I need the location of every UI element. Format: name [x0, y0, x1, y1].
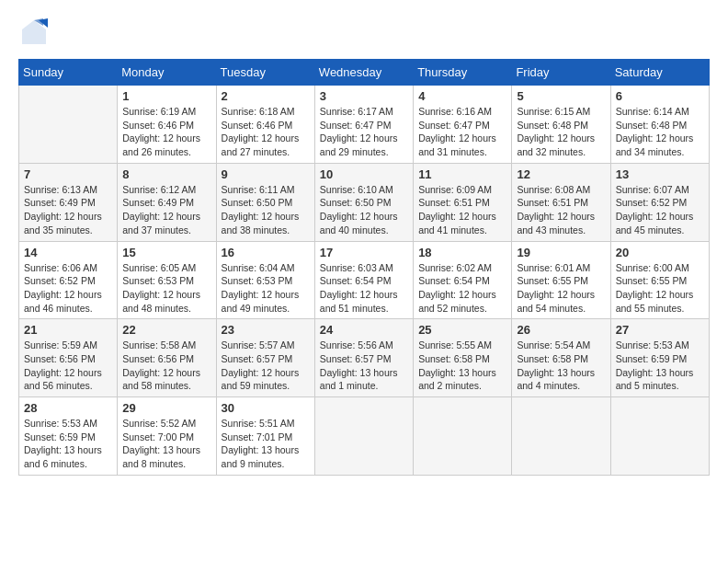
calendar-cell: 23Sunrise: 5:57 AM Sunset: 6:57 PM Dayli… [216, 319, 314, 397]
day-info: Sunrise: 5:55 AM Sunset: 6:58 PM Dayligh… [418, 339, 506, 393]
day-info: Sunrise: 6:05 AM Sunset: 6:53 PM Dayligh… [122, 261, 210, 316]
calendar-cell: 29Sunrise: 5:52 AM Sunset: 7:00 PM Dayli… [118, 397, 216, 476]
day-number: 24 [320, 323, 408, 337]
calendar-cell: 7Sunrise: 6:13 AM Sunset: 6:49 PM Daylig… [19, 163, 118, 241]
calendar-cell: 17Sunrise: 6:03 AM Sunset: 6:54 PM Dayli… [314, 241, 413, 319]
day-info: Sunrise: 6:18 AM Sunset: 6:46 PM Dayligh… [222, 105, 310, 159]
day-number: 26 [517, 323, 605, 337]
calendar-cell: 25Sunrise: 5:55 AM Sunset: 6:58 PM Dayli… [414, 319, 512, 397]
day-number: 7 [24, 167, 112, 181]
day-info: Sunrise: 6:15 AM Sunset: 6:48 PM Dayligh… [517, 105, 605, 159]
header-monday: Monday [118, 60, 216, 86]
calendar-table: SundayMondayTuesdayWednesdayThursdayFrid… [18, 59, 710, 476]
day-info: Sunrise: 6:14 AM Sunset: 6:48 PM Dayligh… [616, 105, 704, 159]
day-number: 10 [320, 167, 408, 181]
calendar-cell: 8Sunrise: 6:12 AM Sunset: 6:49 PM Daylig… [118, 163, 216, 241]
day-number: 15 [122, 246, 210, 259]
day-info: Sunrise: 6:08 AM Sunset: 6:51 PM Dayligh… [517, 183, 605, 237]
day-number: 13 [616, 167, 704, 181]
calendar-cell: 15Sunrise: 6:05 AM Sunset: 6:53 PM Dayli… [118, 241, 216, 319]
calendar-cell: 30Sunrise: 5:51 AM Sunset: 7:01 PM Dayli… [216, 397, 314, 476]
day-info: Sunrise: 5:51 AM Sunset: 7:01 PM Dayligh… [222, 417, 310, 471]
day-info: Sunrise: 5:53 AM Sunset: 6:59 PM Dayligh… [24, 417, 112, 471]
day-info: Sunrise: 6:13 AM Sunset: 6:49 PM Dayligh… [24, 183, 112, 237]
day-info: Sunrise: 6:04 AM Sunset: 6:53 PM Dayligh… [222, 261, 310, 316]
calendar-cell: 12Sunrise: 6:08 AM Sunset: 6:51 PM Dayli… [512, 163, 610, 241]
day-number: 12 [517, 167, 605, 181]
day-number: 2 [222, 89, 310, 103]
calendar-cell: 9Sunrise: 6:11 AM Sunset: 6:50 PM Daylig… [216, 163, 314, 241]
day-number: 1 [122, 89, 210, 103]
day-info: Sunrise: 5:53 AM Sunset: 6:59 PM Dayligh… [616, 339, 704, 393]
calendar-cell: 2Sunrise: 6:18 AM Sunset: 6:46 PM Daylig… [216, 86, 314, 164]
header-sunday: Sunday [19, 60, 118, 86]
header-tuesday: Tuesday [216, 60, 314, 86]
header-saturday: Saturday [610, 60, 709, 86]
day-number: 17 [320, 246, 408, 259]
day-number: 14 [24, 246, 112, 259]
day-number: 22 [122, 323, 210, 337]
day-number: 5 [517, 89, 605, 103]
day-info: Sunrise: 6:11 AM Sunset: 6:50 PM Dayligh… [222, 183, 310, 237]
day-info: Sunrise: 6:01 AM Sunset: 6:55 PM Dayligh… [517, 261, 605, 316]
calendar-cell [610, 397, 709, 476]
calendar-cell: 19Sunrise: 6:01 AM Sunset: 6:55 PM Dayli… [512, 241, 610, 319]
day-number: 8 [122, 167, 210, 181]
day-number: 11 [418, 167, 506, 181]
calendar-cell: 6Sunrise: 6:14 AM Sunset: 6:48 PM Daylig… [610, 86, 709, 164]
day-info: Sunrise: 6:12 AM Sunset: 6:49 PM Dayligh… [122, 183, 210, 237]
day-info: Sunrise: 6:19 AM Sunset: 6:46 PM Dayligh… [122, 105, 210, 159]
day-number: 6 [616, 89, 704, 103]
header-wednesday: Wednesday [314, 60, 413, 86]
calendar-cell: 28Sunrise: 5:53 AM Sunset: 6:59 PM Dayli… [19, 397, 118, 476]
day-info: Sunrise: 6:09 AM Sunset: 6:51 PM Dayligh… [418, 183, 506, 237]
calendar-cell: 20Sunrise: 6:00 AM Sunset: 6:55 PM Dayli… [610, 241, 709, 319]
day-number: 29 [122, 401, 210, 415]
calendar-cell: 16Sunrise: 6:04 AM Sunset: 6:53 PM Dayli… [216, 241, 314, 319]
calendar-cell: 14Sunrise: 6:06 AM Sunset: 6:52 PM Dayli… [19, 241, 118, 319]
day-info: Sunrise: 6:06 AM Sunset: 6:52 PM Dayligh… [24, 261, 112, 316]
day-info: Sunrise: 6:00 AM Sunset: 6:55 PM Dayligh… [616, 261, 704, 316]
calendar-cell [512, 397, 610, 476]
calendar-week-5: 28Sunrise: 5:53 AM Sunset: 6:59 PM Dayli… [19, 397, 710, 476]
day-number: 19 [517, 246, 605, 259]
calendar-cell [414, 397, 512, 476]
page-header [18, 18, 710, 50]
calendar-cell: 13Sunrise: 6:07 AM Sunset: 6:52 PM Dayli… [610, 163, 709, 241]
day-number: 30 [222, 401, 310, 415]
day-number: 28 [24, 401, 112, 415]
day-info: Sunrise: 5:58 AM Sunset: 6:56 PM Dayligh… [122, 339, 210, 393]
day-number: 25 [418, 323, 506, 337]
calendar-week-2: 7Sunrise: 6:13 AM Sunset: 6:49 PM Daylig… [19, 163, 710, 241]
day-info: Sunrise: 6:03 AM Sunset: 6:54 PM Dayligh… [320, 261, 408, 316]
logo-icon [20, 18, 48, 46]
day-number: 21 [24, 323, 112, 337]
calendar-cell [314, 397, 413, 476]
calendar-cell: 22Sunrise: 5:58 AM Sunset: 6:56 PM Dayli… [118, 319, 216, 397]
calendar-cell: 18Sunrise: 6:02 AM Sunset: 6:54 PM Dayli… [414, 241, 512, 319]
calendar-week-4: 21Sunrise: 5:59 AM Sunset: 6:56 PM Dayli… [19, 319, 710, 397]
calendar-cell: 24Sunrise: 5:56 AM Sunset: 6:57 PM Dayli… [314, 319, 413, 397]
day-info: Sunrise: 5:54 AM Sunset: 6:58 PM Dayligh… [517, 339, 605, 393]
header-friday: Friday [512, 60, 610, 86]
day-number: 4 [418, 89, 506, 103]
day-info: Sunrise: 6:02 AM Sunset: 6:54 PM Dayligh… [418, 261, 506, 316]
day-number: 16 [222, 246, 310, 259]
calendar-cell: 3Sunrise: 6:17 AM Sunset: 6:47 PM Daylig… [314, 86, 413, 164]
day-info: Sunrise: 6:10 AM Sunset: 6:50 PM Dayligh… [320, 183, 408, 237]
calendar-header-row: SundayMondayTuesdayWednesdayThursdayFrid… [19, 60, 710, 86]
calendar-cell: 5Sunrise: 6:15 AM Sunset: 6:48 PM Daylig… [512, 86, 610, 164]
day-number: 20 [616, 246, 704, 259]
calendar-week-3: 14Sunrise: 6:06 AM Sunset: 6:52 PM Dayli… [19, 241, 710, 319]
header-thursday: Thursday [414, 60, 512, 86]
calendar-cell: 1Sunrise: 6:19 AM Sunset: 6:46 PM Daylig… [118, 86, 216, 164]
day-info: Sunrise: 6:17 AM Sunset: 6:47 PM Dayligh… [320, 105, 408, 159]
day-number: 9 [222, 167, 310, 181]
calendar-cell: 4Sunrise: 6:16 AM Sunset: 6:47 PM Daylig… [414, 86, 512, 164]
day-info: Sunrise: 5:52 AM Sunset: 7:00 PM Dayligh… [122, 417, 210, 471]
day-info: Sunrise: 5:59 AM Sunset: 6:56 PM Dayligh… [24, 339, 112, 393]
calendar-cell: 27Sunrise: 5:53 AM Sunset: 6:59 PM Dayli… [610, 319, 709, 397]
day-number: 23 [222, 323, 310, 337]
day-info: Sunrise: 5:56 AM Sunset: 6:57 PM Dayligh… [320, 339, 408, 393]
day-info: Sunrise: 6:16 AM Sunset: 6:47 PM Dayligh… [418, 105, 506, 159]
